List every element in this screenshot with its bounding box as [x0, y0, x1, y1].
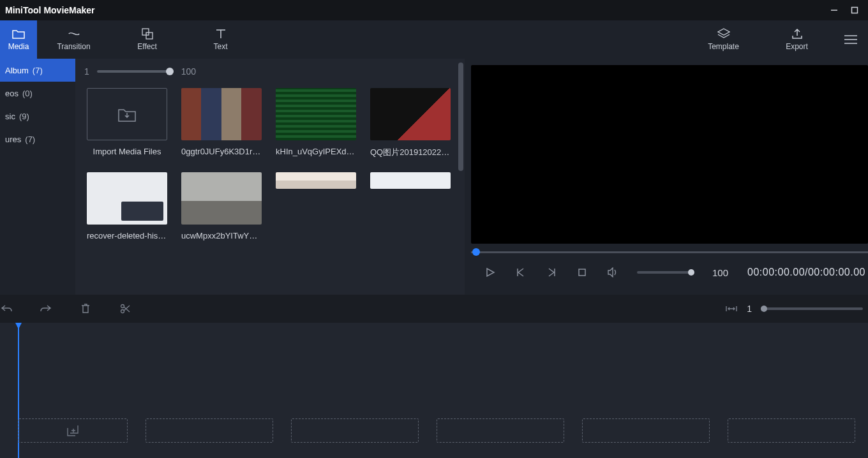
timecode-display: 00:00:00.00/00:00:00.00: [747, 267, 868, 278]
sidebar-item-count: (0): [22, 89, 33, 98]
timeline-zoom-handle[interactable]: [761, 306, 767, 312]
media-thumbnail: [370, 88, 451, 140]
tab-template-label: Template: [708, 42, 739, 51]
template-icon: [717, 28, 730, 40]
volume-slider[interactable]: [637, 271, 694, 274]
folder-icon: [12, 28, 25, 40]
media-sidebar: Album(7) eos(0) sic(9) ures(7): [0, 59, 75, 295]
maximize-button[interactable]: [850, 6, 859, 15]
seek-handle[interactable]: [472, 248, 480, 256]
svg-rect-2: [142, 29, 149, 35]
speaker-icon: [607, 267, 618, 277]
media-thumbnail: [276, 172, 356, 189]
sidebar-item-count: (9): [19, 112, 29, 121]
menu-button[interactable]: [834, 20, 868, 59]
tab-transition[interactable]: Transition: [37, 20, 110, 59]
sidebar-item-count: (7): [25, 135, 35, 144]
clip-placeholder[interactable]: [18, 418, 128, 443]
svg-rect-4: [579, 269, 585, 276]
sidebar-item-label: Album: [5, 66, 29, 75]
import-media-button[interactable]: Import Media Files: [87, 88, 167, 158]
effect-icon: [141, 28, 154, 40]
stop-button[interactable]: [576, 266, 588, 279]
volume-button[interactable]: [606, 266, 619, 279]
step-back-icon: [516, 267, 526, 277]
text-icon: [214, 28, 227, 40]
tab-text[interactable]: Text: [184, 20, 257, 59]
timeline-toolbar: 1: [0, 295, 868, 323]
sidebar-item-label: eos: [5, 89, 19, 98]
clip-placeholder[interactable]: [291, 418, 419, 443]
tab-export[interactable]: Export: [760, 20, 834, 59]
step-forward-icon: [546, 267, 557, 277]
media-thumbnail: [87, 172, 167, 225]
media-grid: Import Media Files 0ggtr0JUFy6K3D1r_9aS……: [75, 84, 465, 295]
media-item-caption: ucwMpxx2bYITwY7rZ…: [181, 231, 262, 240]
sidebar-item-album[interactable]: Album(7): [0, 59, 75, 82]
undo-button[interactable]: [0, 302, 13, 315]
sidebar-item-videos[interactable]: eos(0): [0, 82, 75, 105]
tab-effect[interactable]: Effect: [110, 20, 184, 59]
sidebar-item-music[interactable]: sic(9): [0, 105, 75, 128]
media-thumbnail: [181, 172, 262, 225]
sidebar-item-pictures[interactable]: ures(7): [0, 128, 75, 151]
media-thumbnail: [370, 172, 451, 189]
svg-rect-1: [852, 8, 858, 13]
tab-text-label: Text: [213, 42, 227, 51]
sidebar-item-count: (7): [33, 66, 43, 75]
clip-placeholder[interactable]: [728, 418, 855, 443]
add-clip-icon: [65, 424, 80, 437]
timeline[interactable]: [0, 323, 868, 458]
svg-rect-3: [146, 33, 153, 39]
export-icon: [791, 28, 804, 40]
split-button[interactable]: [119, 302, 131, 315]
app-title: MiniTool MovieMaker: [3, 5, 95, 15]
preview-panel: 100 00:00:00.00/00:00:00.00: [465, 59, 868, 295]
redo-button[interactable]: [40, 302, 52, 315]
clip-placeholder[interactable]: [437, 418, 564, 443]
scissors-icon: [120, 304, 130, 314]
media-item-caption: QQ图片20191202215506: [370, 147, 451, 158]
tab-effect-label: Effect: [137, 42, 156, 51]
trash-icon: [81, 304, 90, 314]
timeline-zoom-value: 1: [747, 304, 752, 314]
minimize-button[interactable]: [830, 6, 839, 15]
media-item[interactable]: ucwMpxx2bYITwY7rZ…: [181, 172, 262, 240]
media-scrollbar[interactable]: [458, 63, 463, 171]
media-item-caption: 0ggtr0JUFy6K3D1r_9aS…: [181, 147, 262, 156]
import-media-tile: [87, 88, 167, 140]
tab-export-label: Export: [786, 42, 808, 51]
play-button[interactable]: [484, 266, 497, 279]
media-thumbnail: [181, 88, 262, 140]
thumbnail-zoom-slider[interactable]: [97, 70, 174, 73]
clip-placeholder[interactable]: [582, 418, 710, 443]
timeline-zoom-slider[interactable]: [761, 307, 863, 310]
prev-frame-button[interactable]: [514, 266, 527, 279]
media-item[interactable]: [276, 172, 356, 240]
title-bar: MiniTool MovieMaker: [0, 0, 868, 20]
tab-transition-label: Transition: [57, 42, 90, 51]
seek-bar[interactable]: [471, 247, 868, 256]
clip-placeholder[interactable]: [146, 418, 273, 443]
window-controls: [830, 6, 865, 15]
play-icon: [485, 267, 495, 277]
fit-width-icon: [726, 304, 737, 313]
zoom-value-label: 100: [181, 66, 196, 77]
tab-template[interactable]: Template: [687, 20, 760, 59]
delete-button[interactable]: [79, 302, 92, 315]
preview-controls: 100 00:00:00.00/00:00:00.00: [471, 256, 868, 288]
media-item[interactable]: 0ggtr0JUFy6K3D1r_9aS…: [181, 88, 262, 158]
media-item[interactable]: kHIn_uVqGyIPEXd6D…: [276, 88, 356, 158]
media-item[interactable]: recover-deleted-histor…: [87, 172, 167, 240]
next-frame-button[interactable]: [545, 266, 558, 279]
svg-point-6: [121, 310, 124, 313]
tab-media[interactable]: Media: [0, 20, 37, 59]
seek-track: [471, 251, 868, 253]
media-item[interactable]: QQ图片20191202215506: [370, 88, 451, 158]
media-thumbnail: [276, 88, 356, 140]
media-item[interactable]: [370, 172, 451, 240]
volume-value: 100: [712, 267, 728, 278]
fit-timeline-button[interactable]: [725, 302, 738, 315]
video-track[interactable]: [18, 418, 868, 445]
thumbnail-zoom: 1 100: [75, 59, 465, 84]
